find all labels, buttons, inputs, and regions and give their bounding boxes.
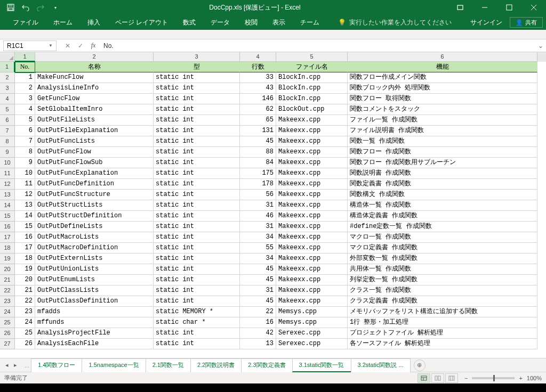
cell[interactable]: static int — [154, 115, 240, 126]
cell[interactable]: static int — [154, 147, 240, 158]
cell[interactable]: MakeFuncFlow — [35, 72, 154, 83]
sheet-tab[interactable]: 3.1static関数一覧 — [292, 358, 351, 372]
zoom-in-button[interactable]: + — [519, 375, 522, 381]
cell[interactable]: 46 — [240, 211, 276, 222]
cell[interactable]: 関数フロー 取得関数 — [348, 94, 537, 104]
cell[interactable]: 15 — [15, 222, 35, 232]
cell[interactable]: Makeexx.cpp — [276, 158, 348, 168]
cell[interactable]: 11 — [15, 179, 35, 190]
ribbon-options-icon[interactable] — [448, 0, 472, 15]
cell[interactable]: BlockIn.cpp — [276, 94, 348, 104]
col-header[interactable]: 5 — [276, 52, 348, 62]
cell[interactable]: 関数構文 作成関数 — [348, 190, 537, 200]
cell[interactable]: Makeexx.cpp — [276, 147, 348, 158]
cell[interactable]: mfadds — [35, 307, 154, 317]
redo-button[interactable] — [34, 2, 47, 13]
cell[interactable]: 62 — [240, 104, 276, 115]
cell[interactable]: 2 — [15, 83, 35, 94]
cell[interactable]: メモリバッファをリスト構造に追加する関数 — [348, 307, 537, 317]
cell[interactable]: 42 — [240, 328, 276, 339]
enter-formula-icon[interactable]: ✓ — [75, 40, 86, 51]
col-header[interactable]: 2 — [35, 52, 154, 62]
cell[interactable]: 45 — [240, 264, 276, 275]
cell[interactable]: static int — [154, 136, 240, 147]
cell[interactable]: 8 — [15, 147, 35, 158]
cell[interactable]: ファイル説明書 作成関数 — [348, 126, 537, 136]
cell[interactable]: Makeexx.cpp — [276, 179, 348, 190]
col-header[interactable]: 1 — [15, 52, 35, 62]
cell[interactable]: static int — [154, 285, 240, 296]
row-header[interactable]: 6 — [0, 115, 15, 126]
cell[interactable]: 178 — [240, 179, 276, 190]
qat-customize[interactable]: ▾ — [49, 2, 62, 13]
ribbon-tab[interactable]: 表示 — [265, 15, 293, 30]
row-header[interactable]: 5 — [0, 104, 15, 115]
cell[interactable]: 12 — [15, 190, 35, 200]
cell[interactable]: #define定数一覧 作成関数 — [348, 222, 537, 232]
cell[interactable]: 列挙定数一覧 作成関数 — [348, 275, 537, 285]
cell[interactable]: 10 — [15, 168, 35, 179]
maximize-button[interactable] — [497, 0, 521, 15]
cell[interactable]: OutPutFileLists — [35, 115, 154, 126]
ribbon-tab[interactable]: ホーム — [46, 15, 80, 30]
cell[interactable]: 55 — [240, 243, 276, 254]
row-header[interactable]: 24 — [0, 307, 15, 317]
row-header[interactable]: 17 — [0, 232, 15, 243]
cell[interactable]: 21 — [15, 285, 35, 296]
cell[interactable]: static int — [154, 158, 240, 168]
cell[interactable]: static int — [154, 179, 240, 190]
sheet-tab[interactable]: 2.1関数一覧 — [146, 358, 191, 372]
sheet-tab[interactable]: 2.2関数説明書 — [190, 358, 242, 372]
cell[interactable]: 26 — [15, 339, 35, 349]
cell[interactable]: 45 — [240, 136, 276, 147]
save-button[interactable] — [4, 2, 17, 13]
cell[interactable]: AnalysisEachFile — [35, 339, 154, 349]
row-header[interactable]: 20 — [0, 264, 15, 275]
cell[interactable]: 関数説明書 作成関数 — [348, 168, 537, 179]
zoom-level[interactable]: 100% — [527, 375, 542, 381]
cell[interactable]: Makeexx.cpp — [276, 200, 348, 211]
row-header[interactable]: 14 — [0, 200, 15, 211]
cell[interactable]: Makeexx.cpp — [276, 115, 348, 126]
cell[interactable]: mffunds — [35, 317, 154, 328]
cell[interactable]: OutPutDefineLists — [35, 222, 154, 232]
cell[interactable]: ファイル名 — [276, 62, 348, 72]
cell[interactable]: 43 — [240, 83, 276, 94]
cell[interactable]: Makeexx.cpp — [276, 275, 348, 285]
ribbon-tab[interactable]: 挿入 — [80, 15, 108, 30]
cell[interactable]: 7 — [15, 136, 35, 147]
row-header[interactable]: 13 — [0, 190, 15, 200]
cell[interactable]: static int — [154, 222, 240, 232]
row-header[interactable]: 12 — [0, 179, 15, 190]
cell[interactable]: OutPutClassDefinition — [35, 296, 154, 307]
cell[interactable]: 31 — [240, 200, 276, 211]
name-box[interactable]: R1C1 ▼ — [3, 40, 57, 51]
row-header[interactable]: 10 — [0, 158, 15, 168]
formula-input[interactable]: No. — [103, 42, 535, 50]
cell[interactable]: 16 — [240, 317, 276, 328]
cell[interactable]: 関数コメントをスタック — [348, 104, 537, 115]
cell[interactable]: static int — [154, 243, 240, 254]
cell[interactable]: static int — [154, 254, 240, 264]
cell[interactable]: BlockOut.cpp — [276, 104, 348, 115]
cell[interactable]: クラス一覧 作成関数 — [348, 285, 537, 296]
cell[interactable]: 1行 整形・加工処理 — [348, 317, 537, 328]
cell[interactable]: Memsys.cpp — [276, 307, 348, 317]
cell[interactable]: 3 — [15, 94, 35, 104]
sheet-tab[interactable]: 1.5namespace一覧 — [82, 358, 146, 372]
cell[interactable]: GetFuncFlow — [35, 94, 154, 104]
cell[interactable]: static int — [154, 328, 240, 339]
cell[interactable]: 16 — [15, 232, 35, 243]
cell[interactable]: 175 — [240, 168, 276, 179]
cell[interactable]: 34 — [240, 232, 276, 243]
cell[interactable]: 13 — [240, 339, 276, 349]
row-header[interactable]: 15 — [0, 211, 15, 222]
cell[interactable]: 20 — [15, 275, 35, 285]
cell[interactable]: OutPutFuncFlowSub — [35, 158, 154, 168]
cell[interactable]: 23 — [15, 307, 35, 317]
cell[interactable]: OutPutFuncStructure — [35, 190, 154, 200]
cancel-formula-icon[interactable]: ✕ — [62, 40, 74, 51]
row-header[interactable]: 1 — [0, 62, 15, 72]
row-header[interactable]: 16 — [0, 222, 15, 232]
new-sheet-button[interactable]: ⊕ — [414, 360, 425, 371]
